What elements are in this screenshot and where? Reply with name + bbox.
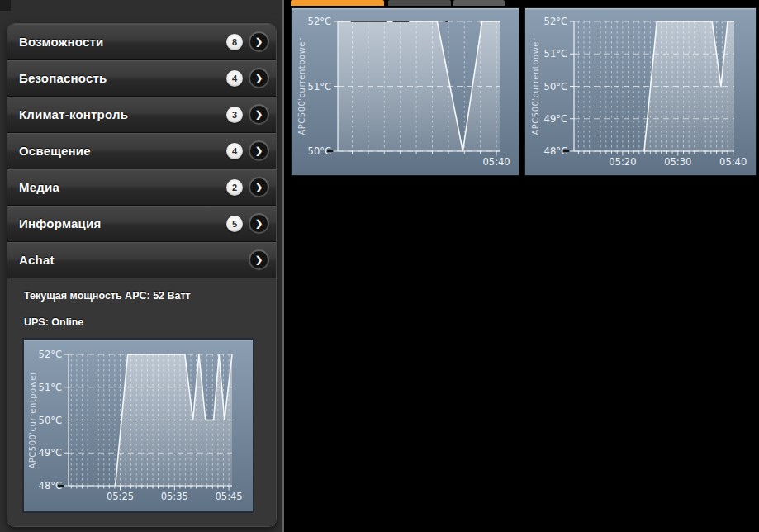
app-root: Возможности 8 ❯ Безопасность 4 ❯ Климат-… <box>0 0 759 532</box>
sidebar-item[interactable]: Achat ❯ <box>7 242 276 278</box>
sidebar-item[interactable]: Возможности 8 ❯ <box>7 24 276 60</box>
svg-text:05:40: 05:40 <box>483 156 510 168</box>
chart-panel-power-zoomed[interactable]: 50°C51°C52°C05:40APC500'currentpower <box>291 7 519 176</box>
sidebar-item-label: Климат-контроль <box>19 107 226 121</box>
sidebar-item-label: Медиа <box>19 180 226 194</box>
sidebar-item-label: Безопасность <box>19 71 226 85</box>
chart-svg: 48°C49°C50°C51°C52°C05:2505:3505:45APC50… <box>24 340 253 511</box>
chevron-right-icon[interactable]: ❯ <box>250 106 268 123</box>
svg-text:APC500'currentpower: APC500'currentpower <box>28 371 37 469</box>
chart-panel-ups-power[interactable]: 48°C49°C50°C51°C52°C05:2505:3505:45APC50… <box>22 338 254 513</box>
chart-panel-power-history[interactable]: 48°C49°C50°C51°C52°C05:2005:3005:40APC50… <box>524 7 757 176</box>
chevron-right-icon[interactable]: ❯ <box>250 251 268 268</box>
svg-text:49°C: 49°C <box>544 113 567 125</box>
svg-text:05:35: 05:35 <box>161 491 188 502</box>
svg-text:05:20: 05:20 <box>609 156 636 168</box>
chevron-right-icon[interactable]: ❯ <box>250 142 268 159</box>
svg-text:05:40: 05:40 <box>719 156 747 168</box>
sidebar-item[interactable]: Информация 5 ❯ <box>7 206 276 242</box>
svg-text:51°C: 51°C <box>308 81 331 93</box>
svg-text:APC500'currentpower: APC500'currentpower <box>297 37 306 135</box>
count-badge: 5 <box>226 216 243 232</box>
sidebar-item-label: Achat <box>19 253 250 267</box>
chart-svg: 50°C51°C52°C05:40APC500'currentpower <box>292 8 519 175</box>
sidebar-content-divider <box>282 0 284 532</box>
svg-text:05:45: 05:45 <box>216 491 243 502</box>
svg-text:52°C: 52°C <box>308 16 331 27</box>
count-badge: 4 <box>226 70 243 87</box>
svg-text:APC500'currentpower: APC500'currentpower <box>531 37 540 135</box>
svg-text:48°C: 48°C <box>39 480 62 492</box>
accordion-menu: Возможности 8 ❯ Безопасность 4 ❯ Климат-… <box>7 23 277 527</box>
corner-notch <box>0 0 11 11</box>
count-badge: 2 <box>226 179 243 196</box>
svg-text:51°C: 51°C <box>544 48 567 59</box>
tab-3[interactable] <box>453 0 505 6</box>
svg-text:50°C: 50°C <box>308 145 331 157</box>
svg-text:50°C: 50°C <box>544 81 567 93</box>
svg-text:05:25: 05:25 <box>107 491 134 502</box>
sidebar-item-label: Информация <box>19 216 226 230</box>
sidebar: Возможности 8 ❯ Безопасность 4 ❯ Климат-… <box>0 0 282 532</box>
menu-rows: Возможности 8 ❯ Безопасность 4 ❯ Климат-… <box>7 24 276 278</box>
count-badge: 8 <box>226 34 243 50</box>
sidebar-item[interactable]: Климат-контроль 3 ❯ <box>7 97 276 133</box>
svg-text:48°C: 48°C <box>544 145 567 157</box>
sidebar-item[interactable]: Медиа 2 ❯ <box>7 169 276 206</box>
chevron-right-icon[interactable]: ❯ <box>250 215 268 232</box>
sidebar-item-label: Освещение <box>19 144 226 158</box>
ups-status-text: UPS: Online <box>24 316 266 328</box>
count-badge: 3 <box>226 107 243 123</box>
svg-text:49°C: 49°C <box>39 447 62 458</box>
svg-text:52°C: 52°C <box>39 349 62 360</box>
apc-power-text: Текущая мощность APC: 52 Ватт <box>24 290 266 302</box>
chart-svg: 48°C49°C50°C51°C52°C05:2005:3005:40APC50… <box>525 8 756 175</box>
svg-text:51°C: 51°C <box>39 382 62 393</box>
sidebar-item[interactable]: Безопасность 4 ❯ <box>7 60 276 97</box>
chevron-right-icon[interactable]: ❯ <box>250 178 268 196</box>
svg-text:05:30: 05:30 <box>664 156 691 168</box>
chevron-right-icon[interactable]: ❯ <box>250 33 268 50</box>
achat-expanded-panel: Текущая мощность APC: 52 Ватт UPS: Onlin… <box>7 278 276 526</box>
svg-text:50°C: 50°C <box>39 415 62 426</box>
tab-active[interactable] <box>291 0 384 6</box>
svg-text:52°C: 52°C <box>544 16 567 27</box>
count-badge: 4 <box>226 143 243 159</box>
sidebar-item-label: Возможности <box>19 35 226 49</box>
chevron-right-icon[interactable]: ❯ <box>250 69 268 87</box>
sidebar-item[interactable]: Освещение 4 ❯ <box>7 133 276 169</box>
tab-2[interactable] <box>388 0 451 6</box>
